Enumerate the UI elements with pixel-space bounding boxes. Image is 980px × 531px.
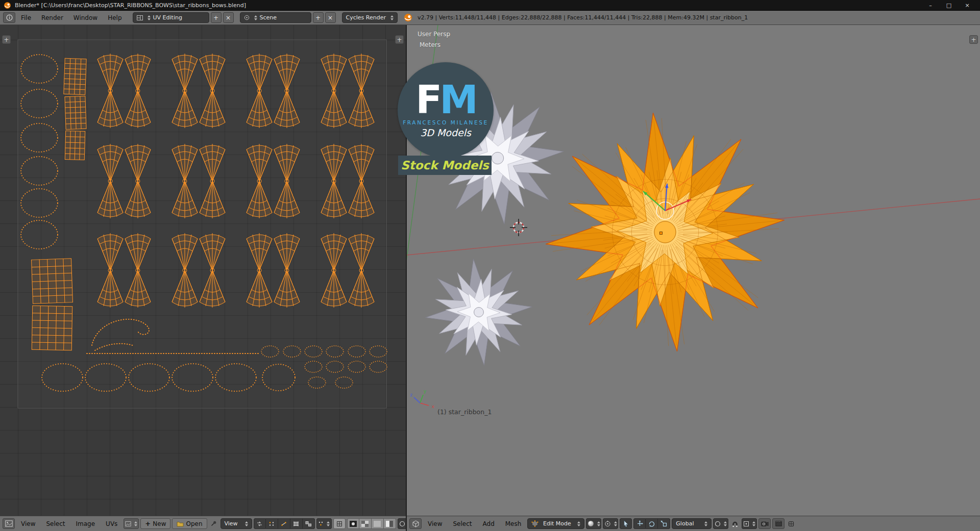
edge-select-icon <box>280 521 287 527</box>
draw-channel-alpha-button[interactable] <box>359 518 372 529</box>
window-controls: – □ × <box>921 0 976 11</box>
uv-face-select-button[interactable] <box>290 518 303 529</box>
draw-channel-color-icon <box>350 521 357 527</box>
menu-render[interactable]: Render <box>37 12 68 23</box>
translate-icon <box>636 520 643 527</box>
vp-menu-mesh[interactable]: Mesh <box>501 518 526 529</box>
engine-dropdown-icon <box>390 15 394 20</box>
info-icon <box>6 14 13 21</box>
window-title: Blender* [C:\Users\franc\Desktop\STAR_RI… <box>15 2 246 9</box>
uv-pixel-snap-toggle[interactable] <box>333 518 346 529</box>
translate-manipulator-button[interactable] <box>633 518 646 529</box>
window-titlebar[interactable]: Blender* [C:\Users\franc\Desktop\STAR_RI… <box>0 0 980 11</box>
draw-channel-z-button[interactable] <box>384 518 396 529</box>
camera-icon <box>761 521 769 526</box>
watermark-logo: FM FRANCESCO MILANESE 3D Models Stock Mo… <box>398 62 495 158</box>
draw-channel-gray-icon <box>374 521 381 527</box>
pivot-center-dropdown[interactable] <box>603 518 618 529</box>
editor-type-button-3dview[interactable] <box>409 518 422 529</box>
uv-menu-image[interactable]: Image <box>71 518 100 529</box>
vp-menu-view[interactable]: View <box>423 518 447 529</box>
shading-dropdown-icon <box>597 521 600 526</box>
delete-scene-button[interactable]: × <box>325 12 336 23</box>
browse-image-button[interactable] <box>124 518 139 529</box>
uv-vertex-select-button[interactable] <box>266 518 278 529</box>
editor-type-button-image[interactable] <box>3 518 15 529</box>
shading-sphere-icon <box>587 520 594 527</box>
manipulator-toggle[interactable] <box>620 518 632 529</box>
uv-view-dropdown[interactable]: View <box>220 518 252 529</box>
vp-snap-element-dropdown[interactable] <box>742 518 757 529</box>
scene-stats: v2.79 | Verts:11,448/11,448 | Edges:22,8… <box>418 14 748 21</box>
edit-mode-icon <box>531 520 538 527</box>
uv-view-dropdown-icon <box>245 521 248 526</box>
vp-snap-magnet-toggle[interactable] <box>730 518 740 529</box>
rotate-manipulator-button[interactable] <box>646 518 658 529</box>
image-new-button[interactable]: + New <box>140 518 170 529</box>
draw-channel-color-button[interactable] <box>347 518 359 529</box>
minimize-button[interactable]: – <box>921 0 940 11</box>
pixel-snap-icon <box>336 521 342 527</box>
uv-island-select-button[interactable] <box>303 518 315 529</box>
uv-toolshelf-toggle[interactable]: + <box>2 35 11 44</box>
vp-menu-select[interactable]: Select <box>448 518 476 529</box>
sticky-select-icon <box>318 521 324 526</box>
orientation-dropdown-icon <box>704 521 707 526</box>
sticky-select-dropdown[interactable] <box>316 518 332 529</box>
menu-file[interactable]: File <box>16 12 36 23</box>
uv-menu-select[interactable]: Select <box>41 518 69 529</box>
watermark-circle: FM FRANCESCO MILANESE 3D Models <box>398 62 494 158</box>
mode-dropdown[interactable]: Edit Mode <box>527 518 584 529</box>
sync-select-icon <box>256 521 263 527</box>
image-open-label: Open <box>186 520 202 527</box>
orientation-dropdown[interactable]: Global <box>672 518 712 529</box>
scene-selector[interactable]: Scene <box>240 12 311 23</box>
pin-button[interactable] <box>209 518 219 529</box>
viewport-properties-toggle[interactable]: + <box>969 35 978 44</box>
vp-menu-add[interactable]: Add <box>478 518 499 529</box>
uv-sync-select-toggle[interactable] <box>254 518 266 529</box>
uv-edge-select-button[interactable] <box>278 518 290 529</box>
scale-manipulator-button[interactable] <box>658 518 670 529</box>
rotate-icon <box>648 520 655 527</box>
viewport-3d-icon <box>412 520 420 527</box>
svg-text:y: y <box>424 389 427 394</box>
uv-editor-header: View Select Image UVs + New Open View <box>0 516 406 531</box>
add-layout-button[interactable]: + <box>211 12 222 23</box>
proportional-edit-dropdown[interactable] <box>398 518 406 529</box>
vp-header-extra-button[interactable] <box>786 518 796 529</box>
render-engine-dropdown[interactable]: Cycles Render <box>342 12 398 23</box>
scale-icon <box>660 520 667 527</box>
watermark-initial-f: F <box>415 77 439 122</box>
screen-layout-name: UV Editing <box>153 14 182 21</box>
vp-proportional-edit-dropdown[interactable] <box>713 518 728 529</box>
close-button[interactable]: × <box>958 0 976 11</box>
delete-layout-button[interactable]: × <box>223 12 234 23</box>
svg-text:z: z <box>410 392 413 397</box>
add-scene-button[interactable]: + <box>313 12 324 23</box>
draw-channel-gray-button[interactable] <box>372 518 384 529</box>
folder-icon <box>177 521 184 527</box>
screen-layout-icon <box>137 15 143 20</box>
blender-logo-icon <box>404 13 412 22</box>
uv-menu-view[interactable]: View <box>16 518 40 529</box>
scene-icon <box>244 15 250 20</box>
editor-type-button-info[interactable] <box>3 12 15 23</box>
svg-text:x: x <box>432 404 435 409</box>
menu-window[interactable]: Window <box>69 12 102 23</box>
render-engine-name: Cycles Render <box>346 14 386 21</box>
opengl-render-still-button[interactable] <box>758 518 771 529</box>
vp-snap-arrows-icon <box>752 521 755 526</box>
manipulator-pointer-icon <box>623 520 629 527</box>
sticky-dropdown-icon <box>327 521 330 526</box>
pivot-dropdown-icon <box>614 521 617 526</box>
uv-properties-toggle[interactable]: + <box>395 35 404 44</box>
opengl-render-anim-button[interactable] <box>772 518 785 529</box>
maximize-button[interactable]: □ <box>940 0 958 11</box>
viewport-shading-dropdown[interactable] <box>586 518 601 529</box>
screen-layout-selector[interactable]: UV Editing <box>133 12 209 23</box>
image-open-button[interactable]: Open <box>172 518 207 529</box>
uv-menu-uvs[interactable]: UVs <box>101 518 122 529</box>
menu-help[interactable]: Help <box>103 12 126 23</box>
uv-canvas[interactable] <box>0 25 406 516</box>
